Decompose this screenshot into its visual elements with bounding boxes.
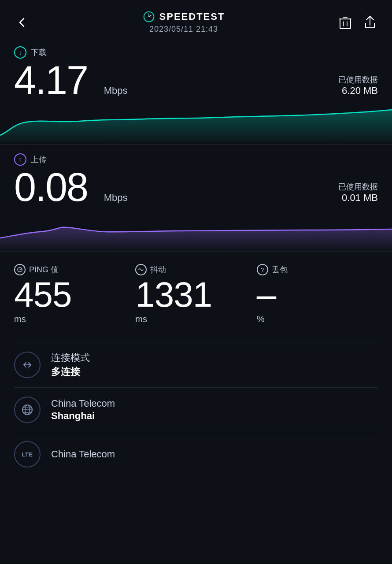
list-item: China Telecom Shanghai [14,387,378,432]
download-label-row: ↓ 下载 [0,46,392,59]
provider-subtitle: Shanghai [51,410,115,422]
ping-value: 455 [14,277,135,312]
packet-loss-label-row: ? 丢包 [257,264,378,275]
packet-loss-value: – [257,277,378,312]
packet-loss-unit: % [257,314,378,324]
connection-mode-title: 连接模式 [51,351,90,364]
connection-mode-subtitle: 多连接 [51,365,90,378]
header-date: 2023/05/11 21:43 [149,25,218,34]
lte-title: China Telecom [51,449,115,460]
provider-title: China Telecom [51,398,115,409]
header: SPEEDTEST 2023/05/11 21:43 [0,0,392,37]
ping-col: PING 值 455 ms [14,264,135,324]
ping-label: PING 值 [29,264,59,275]
download-speed-row: 4.17 Mbps 已使用数据 6.20 MB [0,60,392,100]
download-data-used: 已使用数据 6.20 MB [338,74,378,96]
upload-label: 上传 [31,154,47,165]
ping-section: PING 值 455 ms 抖动 1331 ms ? 丢包 – % [0,252,392,324]
upload-data-used: 已使用数据 0.01 MB [338,182,378,204]
jitter-value: 1331 [135,277,256,312]
back-button[interactable] [14,15,30,30]
upload-speed-row: 0.08 Mbps 已使用数据 0.01 MB [0,167,392,207]
ping-label-row: PING 值 [14,264,135,275]
upload-value-group: 0.08 Mbps [14,167,127,207]
share-button[interactable] [362,15,378,30]
packet-loss-icon: ? [257,264,268,275]
header-action-icons [337,15,378,30]
header-center: SPEEDTEST 2023/05/11 21:43 [143,11,225,34]
download-value-group: 4.17 Mbps [14,60,127,100]
download-icon: ↓ [14,46,26,59]
upload-label-row: ↑ 上传 [0,153,392,166]
header-title: SPEEDTEST [143,11,225,23]
jitter-col: 抖动 1331 ms [135,264,256,324]
ping-icon [14,264,26,275]
section-divider-1 [0,144,392,145]
lte-text: China Telecom [51,449,115,460]
jitter-icon [135,264,147,275]
upload-icon: ↑ [14,153,26,166]
ping-unit: ms [14,314,135,324]
upload-unit: Mbps [104,192,128,203]
download-data-used-value: 6.20 MB [338,85,378,96]
info-list: 连接模式 多连接 China Telecom Shanghai LTE Chin… [0,342,392,476]
list-item: 连接模式 多连接 [14,342,378,387]
packet-loss-label: 丢包 [272,264,288,275]
app-title: SPEEDTEST [159,11,225,22]
delete-button[interactable] [337,15,353,30]
upload-value: 0.08 [14,165,88,209]
svg-rect-1 [340,19,351,29]
jitter-label: 抖动 [150,264,166,275]
download-label: 下载 [31,47,47,58]
upload-data-used-value: 0.01 MB [338,192,378,204]
upload-chart [0,207,392,251]
speedtest-logo-icon [143,11,155,23]
globe-icon [14,397,41,423]
download-unit: Mbps [104,85,128,96]
jitter-label-row: 抖动 [135,264,256,275]
connection-mode-text: 连接模式 多连接 [51,351,90,378]
lte-icon: LTE [14,441,41,468]
packet-loss-col: ? 丢包 – % [257,264,378,324]
list-item: LTE China Telecom [14,432,378,476]
download-value: 4.17 [14,58,88,102]
jitter-unit: ms [135,314,256,324]
download-chart [0,100,392,144]
connection-mode-icon [14,352,41,378]
provider-text: China Telecom Shanghai [51,398,115,422]
